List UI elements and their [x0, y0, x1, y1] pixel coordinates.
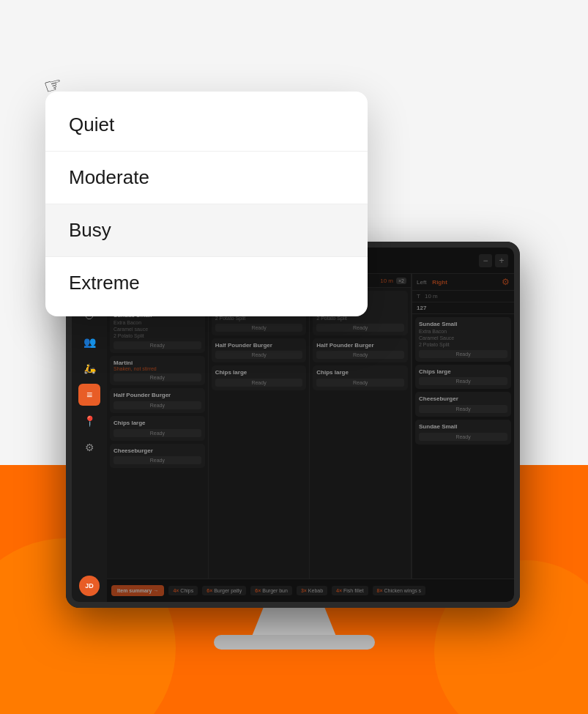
dropdown-item-quiet[interactable]: Quiet: [45, 99, 368, 152]
sidebar-icon-location[interactable]: 📍: [78, 410, 100, 432]
sidebar-icon-users[interactable]: 👥: [78, 331, 100, 353]
sidebar-icon-delivery[interactable]: 🛵: [78, 357, 100, 379]
user-avatar[interactable]: JD: [79, 576, 100, 596]
cursor-hand-icon: ☞: [41, 71, 65, 99]
dropdown-menu: Quiet Moderate Busy Extreme: [45, 92, 368, 316]
dropdown-item-busy[interactable]: Busy: [45, 204, 368, 257]
sidebar-icon-settings[interactable]: ⚙: [78, 436, 100, 458]
dropdown-item-moderate[interactable]: Moderate: [45, 152, 368, 204]
dropdown-item-extreme[interactable]: Extreme: [45, 257, 368, 309]
sidebar-icon-orders[interactable]: ≡: [78, 384, 100, 406]
monitor-base: [214, 635, 375, 650]
